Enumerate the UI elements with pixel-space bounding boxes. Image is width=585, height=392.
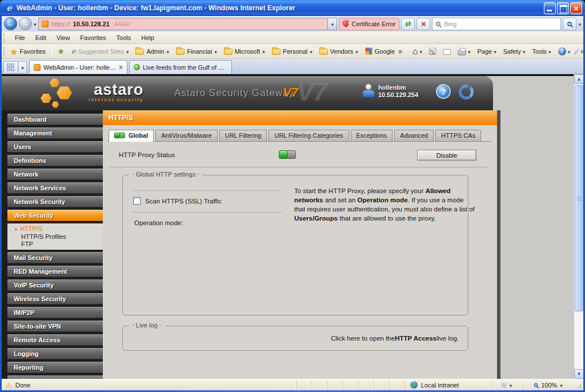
tab-label: WebAdmin - User: hollen... [43,64,116,71]
sidebar-submenu-item[interactable]: HTTP/S [7,225,103,233]
favorites-folder-button[interactable]: Financial [173,46,221,57]
menu-item[interactable]: Edit [30,33,51,43]
tab-live-feeds[interactable]: Live feeds from the Gulf of M... [129,60,232,74]
add-favorite-button[interactable] [54,45,68,57]
chevron-overflow-icon[interactable] [580,47,584,55]
favorites-folder-button[interactable]: Microsoft [221,46,269,57]
site-favicon-icon [42,21,49,27]
tab-label: Live feeds from the Gulf of M... [143,64,227,71]
content-tab[interactable]: URL Filtering Categories [269,130,348,141]
live-log-link-text[interactable]: Click here to open the HTTP Access live … [331,326,459,350]
resize-grip[interactable] [574,381,582,389]
content-tab-label: Exceptions [356,132,387,139]
search-go-button[interactable] [563,18,576,30]
read-mail-button[interactable] [440,46,454,57]
refresh-button[interactable] [401,18,415,30]
tab-close-icon[interactable] [119,63,123,71]
url-port: :4444/ [113,21,130,27]
quick-tabs-button[interactable] [3,61,18,74]
sidebar-submenu-item[interactable]: HTTP/S Profiles [7,233,103,241]
safety-menu-button[interactable]: Safety [500,46,528,57]
scroll-down-icon[interactable] [574,369,583,379]
page-menu-button[interactable]: Page [474,46,499,57]
brand-name: astaro [89,82,143,97]
edit-icon[interactable] [574,48,580,54]
sidebar-item[interactable]: Management [7,127,103,139]
tab-webadmin[interactable]: WebAdmin - User: hollen... [29,60,127,74]
search-dropdown[interactable] [578,21,581,27]
sidebar-item[interactable]: Definitions [7,155,103,166]
address-bar[interactable]: https://10.50.128.21:4444/ [38,18,328,30]
sidebar-item[interactable]: Mail Security [7,252,103,263]
protected-mode-button[interactable] [491,381,522,390]
maximize-button[interactable] [557,2,569,14]
sidebar-item[interactable]: Network Services [7,182,103,194]
proxy-status-toggle[interactable] [279,150,297,159]
scroll-up-icon[interactable] [574,74,583,84]
sidebar-item[interactable]: Remote Access [7,334,103,346]
sidebar-item[interactable]: Dashboard [7,114,103,125]
tools-menu-button[interactable]: Tools [529,46,554,57]
menu-item[interactable]: File [10,33,30,43]
sidebar-item[interactable]: VoIP Security [7,279,103,291]
close-button[interactable] [570,2,582,14]
user-ip: 10.50.129.254 [378,91,418,99]
favorites-folder-button[interactable]: Personal [269,46,316,57]
navigation-bar: https://10.50.128.21:4444/ Certificate E… [2,16,583,31]
favorites-folder-button[interactable]: Vendors [316,46,362,57]
content-tab[interactable]: AntiVirus/Malware [155,130,217,141]
proxy-status-label: HTTP Proxy Status [119,151,175,158]
search-box[interactable] [432,18,561,30]
sidebar-item[interactable]: Site-to-site VPN [7,321,103,332]
feeds-button[interactable] [426,46,439,57]
menu-item[interactable]: View [51,33,75,43]
tab-list-dropdown[interactable] [19,61,27,74]
menu-item[interactable]: Help [136,33,159,43]
suggested-sites-button[interactable]: Suggested Sites [67,45,132,57]
sidebar-item[interactable]: Support [7,375,103,379]
sidebar-item[interactable]: Network Security [7,196,103,207]
page-scrollbar[interactable] [574,74,583,379]
scan-https-checkbox[interactable] [133,197,141,205]
tab-favicon-icon [34,64,41,71]
sidebar-item[interactable]: RED Management [7,266,103,277]
stop-button[interactable] [416,18,430,30]
forward-button[interactable] [19,17,32,30]
sidebar-item[interactable]: IM/P2P [7,307,103,318]
print-button[interactable] [455,46,474,57]
menu-item[interactable]: Favorites [75,33,111,43]
sidebar-item[interactable]: Wireless Security [7,293,103,305]
sidebar-item[interactable]: Web Security [7,210,103,221]
content-tab[interactable]: Advanced [394,130,434,141]
toggle-on-icon [279,150,288,159]
content-tab[interactable]: HTTPS CAs [435,130,481,141]
google-link[interactable]: Google [362,46,398,57]
content-tab[interactable]: URL Filtering [219,130,267,141]
menu-item[interactable]: Tools [111,33,137,43]
disable-button[interactable]: Disable [417,150,476,161]
home-button[interactable] [410,45,425,58]
address-dropdown[interactable] [328,18,337,30]
help-button[interactable] [555,46,574,57]
favorites-button[interactable]: Favorites [7,45,49,58]
zoom-control[interactable]: 100% [522,381,574,390]
sidebar-submenu-item[interactable]: FTP [7,241,103,248]
recent-pages-dropdown[interactable] [34,21,37,27]
sidebar-item[interactable]: Logging [7,348,103,359]
search-input[interactable] [444,21,557,27]
help-button[interactable] [436,84,451,99]
favorites-folder-button[interactable]: Admin [132,46,173,57]
reload-button[interactable] [459,85,474,99]
minimize-button[interactable] [544,2,556,14]
sidebar-item[interactable]: Network [7,169,103,180]
sidebar-item[interactable]: Users [7,141,103,153]
back-button[interactable] [4,17,17,30]
chevron-overflow-icon[interactable] [398,47,402,55]
sidebar-item[interactable]: Reporting [7,362,103,373]
scrollbar-thumb[interactable] [575,85,583,311]
content-tab[interactable]: Exceptions [351,130,393,141]
certificate-error-button[interactable]: Certificate Error [339,18,399,30]
toggle-icon [114,133,126,138]
content-tab[interactable]: Global [109,130,154,142]
status-pane [311,381,327,390]
